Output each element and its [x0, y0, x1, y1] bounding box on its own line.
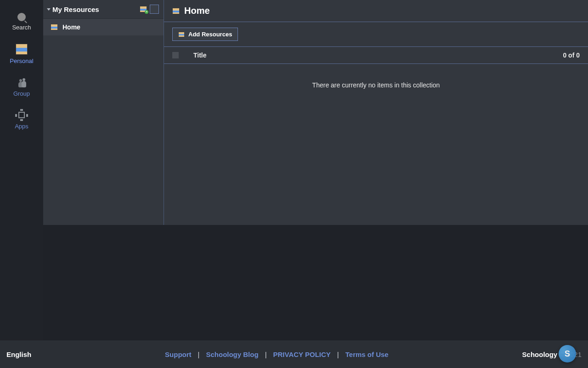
- options-button[interactable]: [150, 5, 159, 14]
- nav-item-personal[interactable]: Personal: [0, 39, 43, 73]
- table-header: Title 0 of 0: [164, 47, 588, 64]
- column-header-title: Title: [193, 52, 563, 59]
- nav-item-group[interactable]: Group: [0, 73, 43, 105]
- sidebar-item-label: Home: [62, 23, 80, 31]
- floater-letter: S: [565, 349, 570, 359]
- page-title-row: Home: [164, 0, 588, 22]
- language-selector[interactable]: English: [6, 351, 31, 358]
- nav-item-search[interactable]: Search: [0, 8, 43, 39]
- separator: |: [337, 351, 339, 358]
- footer-link-support[interactable]: Support: [165, 351, 192, 358]
- drawer-icon: [51, 24, 58, 30]
- item-count: 0 of 0: [563, 52, 580, 59]
- sidebar-item-home[interactable]: Home: [43, 19, 164, 35]
- sidebar-header: My Resources +: [43, 0, 164, 19]
- empty-message: There are currently no items in this col…: [164, 64, 588, 106]
- footer-link-privacy[interactable]: PRIVACY POLICY: [273, 351, 331, 358]
- main-panel: Home Add Resources Title 0 of 0 There ar…: [164, 0, 588, 225]
- add-collection-button[interactable]: +: [140, 6, 147, 12]
- nav-label-group: Group: [13, 90, 30, 97]
- footer: English Support | Schoology Blog | PRIVA…: [0, 340, 588, 368]
- nav-item-apps[interactable]: Apps: [0, 105, 43, 138]
- drawer-icon: [172, 8, 180, 14]
- separator: |: [265, 351, 267, 358]
- plus-badge-icon: +: [145, 10, 148, 14]
- nav-label-search: Search: [12, 24, 31, 31]
- drawer-icon: [178, 32, 185, 37]
- add-resources-label: Add Resources: [188, 31, 232, 38]
- search-icon: [17, 13, 26, 21]
- group-icon: [16, 77, 27, 87]
- toolbar: Add Resources: [164, 22, 588, 47]
- left-nav: Search Personal Group Apps: [0, 0, 43, 340]
- separator: |: [198, 351, 200, 358]
- resources-sidebar: My Resources + Home: [43, 0, 164, 225]
- help-floater-button[interactable]: S: [559, 345, 576, 362]
- footer-link-blog[interactable]: Schoology Blog: [206, 351, 258, 358]
- caret-down-icon[interactable]: [47, 8, 51, 11]
- add-resources-button[interactable]: Add Resources: [172, 28, 238, 41]
- footer-links: Support | Schoology Blog | PRIVACY POLIC…: [165, 351, 389, 358]
- drawer-icon: [16, 44, 28, 55]
- nav-label-apps: Apps: [15, 123, 28, 130]
- sidebar-title: My Resources: [52, 6, 99, 13]
- brand-name: Schoology: [522, 351, 558, 358]
- select-all-checkbox[interactable]: [172, 52, 179, 58]
- apps-icon: [16, 110, 27, 120]
- page-title: Home: [184, 6, 210, 16]
- nav-label-personal: Personal: [10, 58, 33, 64]
- footer-link-terms[interactable]: Terms of Use: [345, 351, 389, 358]
